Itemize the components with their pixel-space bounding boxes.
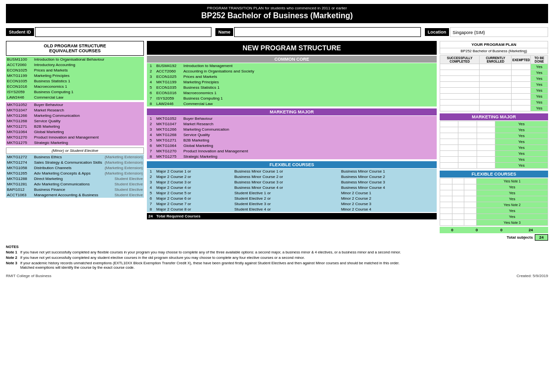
new-maj-name: Market Research xyxy=(182,121,437,127)
new-flex-col1: Major 2 Course 4 or xyxy=(155,185,233,190)
plan-cc-todo: Yes xyxy=(531,70,548,76)
old-cc-name: Macroeconomics 1 xyxy=(33,84,144,89)
plan-cc-row: Yes xyxy=(440,82,548,88)
note-item: Note 2If you have not yet successfully c… xyxy=(6,255,548,260)
new-flex-col1: Major 2 Course 5 or xyxy=(155,190,233,196)
old-major-row: MKTG1275Strategic Marketing xyxy=(6,140,144,145)
plan-cc-exempted xyxy=(512,82,531,88)
new-flex-col2: Business Minor Course 3 or xyxy=(233,179,340,185)
plan-maj-enrolled xyxy=(458,121,477,127)
new-maj-num: 2 xyxy=(147,121,155,127)
new-cc-code: ECON1016 xyxy=(155,90,182,96)
plan-major-label: MARKETING MAJOR xyxy=(440,113,548,120)
new-flex-col2: Student Elective 4 or xyxy=(233,207,340,212)
plan-cc-completed xyxy=(440,76,480,82)
plan-cc-row: Yes xyxy=(440,106,548,111)
plan-col-completed: SUCCESSFULLY COMPLETED xyxy=(440,56,480,64)
plan-maj-completed xyxy=(440,157,458,163)
new-common-core-table: 1BUSM4192Introduction to Management2ACCT… xyxy=(147,63,437,107)
plan-maj-enrolled xyxy=(458,157,477,163)
new-maj-row: 2MKTG1047Market Research xyxy=(147,121,437,127)
plan-maj-enrolled xyxy=(458,127,477,133)
new-flex-col3: Minor 2 Course 4 xyxy=(340,207,437,212)
old-flex-type: (Marketing Extension) xyxy=(104,165,144,171)
new-flex-col1: Major 2 Course 8 or xyxy=(155,207,233,212)
plan-maj-enrolled xyxy=(458,145,477,151)
old-common-core-row: ACCT2060Introductory Accounting xyxy=(6,62,144,68)
plan-cc-todo: Yes xyxy=(531,106,548,111)
new-maj-num: 7 xyxy=(147,148,155,154)
plan-cc-enrolled xyxy=(480,64,512,70)
new-maj-num: 3 xyxy=(147,127,155,132)
note-item: Note 1If you have not yet successfully c… xyxy=(6,250,548,254)
total-exempted: 0 xyxy=(489,227,514,233)
plan-flex-row: Yes xyxy=(440,208,548,214)
old-maj-code: MKTG1266 xyxy=(6,113,33,118)
old-cc-name: Commercial Law xyxy=(33,95,144,100)
name-input[interactable] xyxy=(234,27,420,37)
new-cc-name: Commercial Law xyxy=(182,101,437,107)
plan-flex-todo: YesNote 1 xyxy=(476,178,548,184)
plan-flex-enrolled xyxy=(452,184,464,190)
plan-flex-row: YesNote 2 xyxy=(440,202,548,208)
new-cc-num: 2 xyxy=(147,69,155,74)
old-cc-code: ISYS2059 xyxy=(6,89,33,95)
new-maj-name: Marketing Communication xyxy=(182,127,437,132)
new-maj-row: 1MKTG1052Buyer Behaviour xyxy=(147,116,437,121)
old-flex-name: Business Ethics xyxy=(33,154,104,160)
new-cc-code: MKTG1199 xyxy=(155,79,182,85)
plan-flex-row: Yes xyxy=(440,214,548,220)
old-flex-code: MKTG1265 xyxy=(6,171,33,176)
student-id-input[interactable] xyxy=(35,27,211,37)
plan-maj-completed xyxy=(440,151,458,157)
plan-maj-todo: Yes xyxy=(495,139,548,145)
location-label: Location xyxy=(425,28,450,36)
old-flex-row: MKTG1274Sales Strategy & Communication S… xyxy=(6,160,144,165)
new-flexible-table: 1Major 2 Course 1 orBusiness Minor Cours… xyxy=(147,169,437,212)
old-maj-code: MKTG1064 xyxy=(6,129,33,135)
old-flex-row: MKTG1265Adv Marketing Concepts & Apps(Ma… xyxy=(6,171,144,176)
plan-maj-completed xyxy=(440,139,458,145)
footer: RMIT College of Business Created: 5/9/20… xyxy=(6,274,548,278)
old-major-row: MKTG1268Service Quality xyxy=(6,118,144,124)
old-major-row: MKTG1270Product Innovation and Managemen… xyxy=(6,135,144,140)
old-flex-code: MKTG1288 xyxy=(6,176,33,181)
old-flex-code: MKTG1274 xyxy=(6,160,33,165)
location-group: Location Singapore (SIM) xyxy=(425,27,548,37)
new-maj-row: 3MKTG1266Marketing Communication xyxy=(147,127,437,132)
old-maj-name: Global Marketing xyxy=(33,129,144,135)
old-cc-name: Introductory Accounting xyxy=(33,62,144,68)
plan-cc-enrolled xyxy=(480,70,512,76)
plan-maj-exempted xyxy=(477,151,495,157)
plan-maj-todo: Yes xyxy=(495,127,548,133)
plan-cc-todo: Yes xyxy=(531,88,548,94)
plan-flexible-table: YesNote 1YesYesYesYesNote 2YesYesYesNote… xyxy=(440,178,548,226)
old-cc-code: ECON1016 xyxy=(6,84,33,89)
old-common-core-table: BUSM1100Introduction to Organisational B… xyxy=(6,57,144,100)
plan-flex-enrolled xyxy=(452,214,464,220)
new-flex-col1: Major 2 Course 6 or xyxy=(155,196,233,201)
new-maj-code: MKTG1047 xyxy=(155,121,182,127)
old-flex-type: (Marketing Extension) xyxy=(104,160,144,165)
plan-maj-todo: Yes xyxy=(495,121,548,127)
new-flexible-label: FLEXIBLE COURSES xyxy=(147,161,437,168)
old-cc-name: Prices and Markets xyxy=(33,68,144,73)
plan-flex-todo: YesNote 2 xyxy=(476,202,548,208)
plan-maj-completed xyxy=(440,127,458,133)
plan-cc-row: Yes xyxy=(440,88,548,94)
old-flex-code: MKTG1272 xyxy=(6,154,33,160)
new-cc-code: LAW2446 xyxy=(155,101,182,107)
old-major-row: MKTG1052Buyer Behaviour xyxy=(6,102,144,107)
new-cc-row: 4MKTG1199Marketing Principles xyxy=(147,79,437,85)
new-cc-row: 1BUSM4192Introduction to Management xyxy=(147,63,437,69)
new-cc-num: 5 xyxy=(147,85,155,90)
plan-cc-row: Yes xyxy=(440,76,548,82)
old-cc-name: Business Computing 1 xyxy=(33,89,144,95)
plan-cc-todo: Yes xyxy=(531,100,548,106)
plan-cc-completed xyxy=(440,64,480,70)
plan-maj-completed xyxy=(440,121,458,127)
new-flex-col2: Student Elective 3 or xyxy=(233,201,340,207)
plan-cc-exempted xyxy=(512,64,531,70)
plan-maj-row: Yes xyxy=(440,151,548,157)
new-total-count: 24 xyxy=(147,213,155,219)
